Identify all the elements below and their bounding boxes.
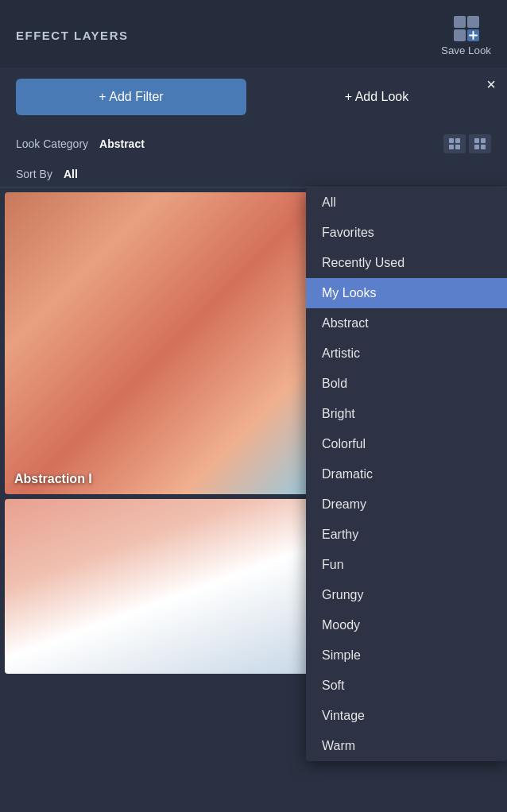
save-look-button[interactable]: Save Look	[441, 14, 491, 56]
sort-by-label: Sort By	[16, 168, 52, 180]
dropdown-item-recently-used[interactable]: Recently Used	[306, 248, 507, 278]
svg-rect-13	[481, 145, 486, 149]
add-filter-button[interactable]: + Add Filter	[16, 79, 246, 115]
dropdown-item-moody[interactable]: Moody	[306, 610, 507, 640]
grid-icon	[448, 137, 461, 150]
dropdown-item-simple[interactable]: Simple	[306, 640, 507, 671]
dropdown-item-favorites[interactable]: Favorites	[306, 218, 507, 248]
app-title: EFFECT LAYERS	[16, 29, 128, 42]
dropdown-item-dramatic[interactable]: Dramatic	[306, 459, 507, 489]
svg-rect-7	[455, 138, 460, 143]
svg-rect-2	[454, 29, 466, 41]
svg-rect-6	[449, 138, 454, 143]
dropdown-item-fun[interactable]: Fun	[306, 550, 507, 580]
svg-rect-0	[454, 16, 466, 28]
svg-rect-8	[449, 145, 454, 149]
category-dropdown: AllFavoritesRecently UsedMy LooksAbstrac…	[306, 188, 507, 761]
dropdown-item-all[interactable]: All	[306, 188, 507, 218]
look-category-label: Look Category	[16, 137, 88, 150]
toolbar: + Add Filter + Add Look ×	[0, 68, 507, 126]
look-category-value: Abstract	[99, 137, 145, 150]
image-label-1: Abstraction I	[14, 472, 92, 486]
dropdown-item-dreamy[interactable]: Dreamy	[306, 489, 507, 520]
save-look-label: Save Look	[441, 44, 491, 56]
header: EFFECT LAYERS Save Look	[0, 0, 507, 68]
look-category-control: Look Category Abstract	[16, 137, 145, 150]
save-look-icon	[452, 14, 481, 43]
content-area: Abstraction I AllFavoritesRecently UsedM…	[0, 188, 507, 812]
dropdown-item-bold[interactable]: Bold	[306, 369, 507, 399]
dropdown-item-warm[interactable]: Warm	[306, 731, 507, 761]
grid-view-button[interactable]	[443, 134, 466, 153]
dropdown-item-colorful[interactable]: Colorful	[306, 429, 507, 459]
svg-rect-11	[481, 138, 486, 143]
dropdown-item-bright[interactable]: Bright	[306, 399, 507, 429]
sort-row: Sort By All	[0, 161, 507, 188]
close-button[interactable]: ×	[486, 75, 496, 94]
svg-rect-1	[467, 16, 479, 28]
add-look-button[interactable]: + Add Look	[262, 90, 491, 104]
list-icon	[474, 137, 486, 150]
svg-rect-12	[474, 145, 479, 149]
dropdown-item-grungy[interactable]: Grungy	[306, 580, 507, 610]
sort-by-control: Sort By All	[16, 168, 78, 180]
view-toggle	[443, 134, 491, 153]
dropdown-item-abstract[interactable]: Abstract	[306, 308, 507, 338]
list-view-button[interactable]	[469, 134, 491, 153]
dropdown-item-my-looks[interactable]: My Looks	[306, 278, 507, 308]
svg-rect-10	[474, 138, 479, 143]
dropdown-item-earthy[interactable]: Earthy	[306, 520, 507, 550]
dropdown-item-soft[interactable]: Soft	[306, 671, 507, 701]
svg-rect-9	[455, 145, 460, 149]
dropdown-item-artistic[interactable]: Artistic	[306, 338, 507, 369]
sort-by-value: All	[64, 168, 78, 180]
dropdown-item-vintage[interactable]: Vintage	[306, 701, 507, 731]
controls-row: Look Category Abstract	[0, 126, 507, 161]
